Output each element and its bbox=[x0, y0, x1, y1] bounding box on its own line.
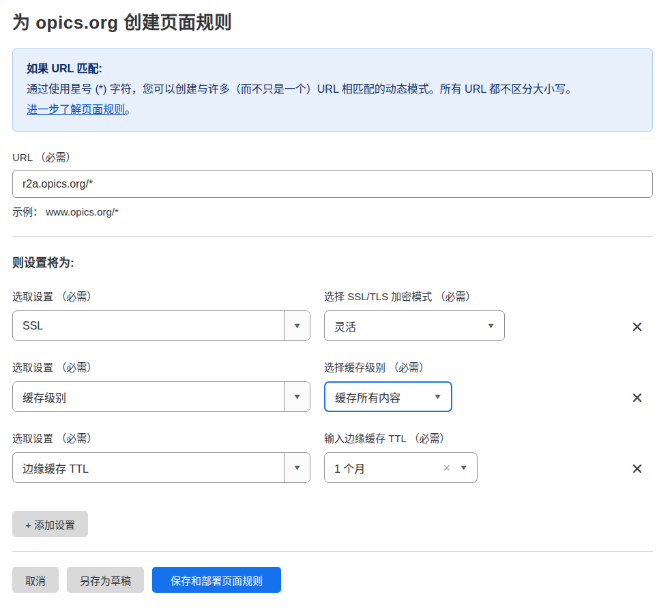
info-box-body: 通过使用星号 (*) 字符，您可以创建与许多（而不只是一个）URL 相匹配的动态… bbox=[27, 79, 639, 120]
dropdown-arrow-box: ▼ bbox=[284, 382, 310, 411]
url-field-label: URL （必需） bbox=[12, 149, 653, 164]
cancel-button[interactable]: 取消 bbox=[12, 567, 59, 593]
value-select-label: 选择缓存级别 （必需） bbox=[324, 360, 452, 375]
url-input[interactable] bbox=[12, 170, 653, 198]
chevron-down-icon: ▼ bbox=[293, 393, 302, 400]
value-select[interactable]: 缓存所有内容 ▼ bbox=[324, 381, 452, 412]
save-draft-button[interactable]: 另存为草稿 bbox=[67, 567, 144, 593]
remove-setting-button[interactable]: ✕ bbox=[628, 460, 646, 478]
info-box-heading: 如果 URL 匹配: bbox=[27, 59, 639, 79]
url-match-info-box: 如果 URL 匹配: 通过使用星号 (*) 字符，您可以创建与许多（而不只是一个… bbox=[12, 48, 653, 132]
remove-setting-button[interactable]: ✕ bbox=[628, 389, 646, 407]
remove-setting-icon: ✕ bbox=[631, 390, 643, 407]
section-divider bbox=[12, 236, 653, 237]
save-deploy-button[interactable]: 保存和部署页面规则 bbox=[152, 567, 281, 593]
value-select-value: 灵活 bbox=[334, 318, 487, 334]
setting-select-label: 选取设置 （必需） bbox=[12, 289, 310, 304]
page-rule-form: 为 opics.org 创建页面规则 如果 URL 匹配: 通过使用星号 (*)… bbox=[12, 0, 653, 593]
chevron-down-icon: ▼ bbox=[293, 464, 302, 471]
value-select-label: 选择 SSL/TLS 加密模式 （必需） bbox=[324, 289, 505, 304]
dropdown-arrow-box: ▼ bbox=[284, 453, 310, 482]
form-footer: 取消 另存为草稿 保存和部署页面规则 bbox=[12, 551, 653, 593]
setting-select-label: 选取设置 （必需） bbox=[12, 431, 310, 446]
setting-select[interactable]: 边缘缓存 TTL ▼ bbox=[12, 452, 310, 483]
setting-select[interactable]: 缓存级别 ▼ bbox=[12, 381, 310, 412]
setting-row-cache-level: 选取设置 （必需） 缓存级别 ▼ 选择缓存级别 （必需） 缓存所有内容 ▼ ✕ bbox=[12, 360, 653, 412]
value-select-label: 输入边缘缓存 TTL （必需） bbox=[324, 431, 478, 446]
page-title: 为 opics.org 创建页面规则 bbox=[12, 8, 653, 33]
setting-select[interactable]: SSL ▼ bbox=[12, 310, 310, 341]
setting-select-label: 选取设置 （必需） bbox=[12, 360, 310, 375]
setting-select-value: 边缘缓存 TTL bbox=[13, 460, 284, 476]
chevron-down-icon: ▼ bbox=[486, 322, 496, 329]
remove-setting-button[interactable]: ✕ bbox=[628, 318, 646, 336]
setting-select-value: 缓存级别 bbox=[13, 389, 284, 405]
url-field-example: 示例： www.opics.org/* bbox=[12, 204, 653, 218]
learn-more-link[interactable]: 进一步了解页面规则 bbox=[27, 104, 125, 115]
add-setting-button[interactable]: + 添加设置 bbox=[12, 511, 88, 537]
remove-setting-icon: ✕ bbox=[631, 460, 643, 478]
link-suffix: 。 bbox=[125, 104, 136, 115]
setting-select-value: SSL bbox=[13, 320, 284, 332]
remove-setting-icon: ✕ bbox=[631, 319, 643, 336]
chevron-down-icon: ▼ bbox=[433, 393, 443, 400]
value-select[interactable]: 1 个月 × ▼ bbox=[324, 452, 478, 483]
value-select-value: 1 个月 bbox=[334, 460, 443, 476]
value-select[interactable]: 灵活 ▼ bbox=[324, 310, 505, 341]
dropdown-arrow-box: ▼ bbox=[284, 311, 310, 340]
chevron-down-icon: ▼ bbox=[293, 322, 302, 329]
settings-section-heading: 则设置将为: bbox=[12, 253, 653, 270]
setting-row-ssl: 选取设置 （必需） SSL ▼ 选择 SSL/TLS 加密模式 （必需） 灵活 … bbox=[12, 289, 653, 341]
clear-icon[interactable]: × bbox=[443, 462, 451, 474]
setting-row-edge-cache-ttl: 选取设置 （必需） 边缘缓存 TTL ▼ 输入边缘缓存 TTL （必需） 1 个… bbox=[12, 431, 653, 483]
chevron-down-icon: ▼ bbox=[459, 464, 469, 471]
info-box-body-text: 通过使用星号 (*) 字符，您可以创建与许多（而不只是一个）URL 相匹配的动态… bbox=[27, 83, 576, 95]
value-select-value: 缓存所有内容 bbox=[335, 389, 434, 405]
